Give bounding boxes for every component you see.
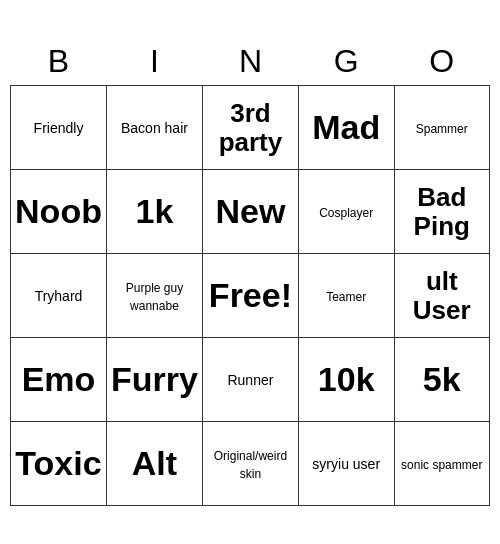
bingo-row: TryhardPurple guy wannabeFree!Teamerult … xyxy=(11,254,490,338)
bingo-cell: Tryhard xyxy=(11,254,107,338)
cell-content: 10k xyxy=(318,360,375,398)
bingo-cell: Bad Ping xyxy=(394,170,489,254)
cell-content: Cosplayer xyxy=(319,206,373,220)
bingo-row: FriendlyBacon hair3rd partyMadSpammer xyxy=(11,86,490,170)
cell-content: Spammer xyxy=(416,122,468,136)
bingo-row: Noob1kNewCosplayerBad Ping xyxy=(11,170,490,254)
bingo-cell: 1k xyxy=(106,170,202,254)
cell-content: Free! xyxy=(209,276,292,314)
cell-content: Alt xyxy=(132,444,177,482)
bingo-row: ToxicAltOriginal/weird skinsyryiu userso… xyxy=(11,422,490,506)
bingo-cell: Mad xyxy=(298,86,394,170)
bingo-cell: Runner xyxy=(202,338,298,422)
cell-content: Emo xyxy=(22,360,96,398)
bingo-cell: Teamer xyxy=(298,254,394,338)
cell-content: Mad xyxy=(312,108,380,146)
bingo-cell: New xyxy=(202,170,298,254)
cell-content: Noob xyxy=(15,192,102,230)
bingo-cell: syryiu user xyxy=(298,422,394,506)
bingo-cell: Cosplayer xyxy=(298,170,394,254)
cell-content: Original/weird skin xyxy=(214,449,287,481)
cell-content: New xyxy=(215,192,285,230)
bingo-letter: I xyxy=(106,38,202,86)
cell-content: Furry xyxy=(111,360,198,398)
cell-content: Bad Ping xyxy=(414,182,470,241)
bingo-cell: Friendly xyxy=(11,86,107,170)
bingo-cell: 10k xyxy=(298,338,394,422)
bingo-row: EmoFurryRunner10k5k xyxy=(11,338,490,422)
cell-content: Friendly xyxy=(34,120,84,136)
bingo-letter: G xyxy=(298,38,394,86)
bingo-cell: ult User xyxy=(394,254,489,338)
bingo-cell: Purple guy wannabe xyxy=(106,254,202,338)
bingo-cell: Noob xyxy=(11,170,107,254)
cell-content: Runner xyxy=(227,372,273,388)
bingo-cell: 3rd party xyxy=(202,86,298,170)
bingo-cell: Original/weird skin xyxy=(202,422,298,506)
bingo-cell: Emo xyxy=(11,338,107,422)
bingo-cell: Free! xyxy=(202,254,298,338)
cell-content: ult User xyxy=(413,266,471,325)
bingo-cell: Furry xyxy=(106,338,202,422)
cell-content: Purple guy wannabe xyxy=(126,281,183,313)
cell-content: syryiu user xyxy=(312,456,380,472)
cell-content: 5k xyxy=(423,360,461,398)
bingo-cell: Spammer xyxy=(394,86,489,170)
cell-content: 3rd party xyxy=(219,98,283,157)
bingo-cell: 5k xyxy=(394,338,489,422)
bingo-card: BINGO FriendlyBacon hair3rd partyMadSpam… xyxy=(10,38,490,507)
bingo-letter: O xyxy=(394,38,489,86)
bingo-cell: Bacon hair xyxy=(106,86,202,170)
bingo-letter: N xyxy=(202,38,298,86)
cell-content: Teamer xyxy=(326,290,366,304)
cell-content: 1k xyxy=(136,192,174,230)
cell-content: Toxic xyxy=(15,444,101,482)
cell-content: Bacon hair xyxy=(121,120,188,136)
cell-content: sonic spammer xyxy=(401,458,482,472)
bingo-cell: Toxic xyxy=(11,422,107,506)
bingo-letter: B xyxy=(11,38,107,86)
bingo-cell: Alt xyxy=(106,422,202,506)
bingo-cell: sonic spammer xyxy=(394,422,489,506)
cell-content: Tryhard xyxy=(35,288,83,304)
